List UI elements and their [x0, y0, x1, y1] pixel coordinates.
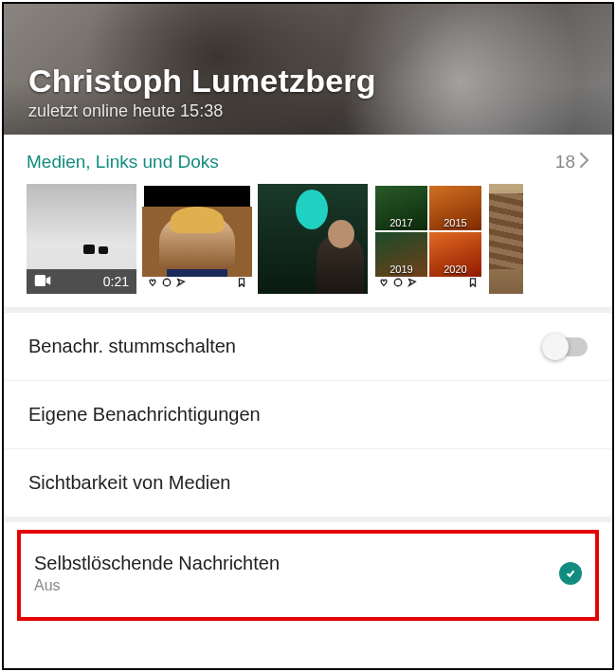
check-badge-icon	[559, 562, 582, 585]
disappearing-value: Aus	[34, 577, 280, 594]
heart-icon	[148, 278, 157, 289]
settings-list: Benachr. stummschalten Eigene Benachrich…	[4, 313, 612, 621]
grid-cell: 2015	[429, 186, 481, 230]
chevron-right-icon	[579, 152, 589, 173]
mute-toggle[interactable]	[544, 337, 588, 356]
bookmark-icon	[468, 278, 478, 289]
media-links-docs-row[interactable]: Medien, Links und Doks 18	[4, 148, 612, 184]
custom-notifications-row[interactable]: Eigene Benachrichtigungen	[4, 381, 612, 449]
svg-point-0	[163, 279, 171, 286]
comment-icon	[393, 278, 403, 289]
media-thumb-image[interactable]	[142, 184, 252, 294]
mute-notifications-row[interactable]: Benachr. stummschalten	[4, 313, 612, 381]
media-section: Medien, Links und Doks 18 0:21	[4, 135, 612, 313]
bookmark-icon	[237, 278, 246, 289]
video-duration: 0:21	[103, 274, 129, 289]
grid-cell: 2019	[375, 232, 427, 277]
instagram-icons	[148, 278, 246, 289]
svg-point-1	[394, 279, 402, 286]
profile-header[interactable]: Christoph Lumetzberg zuletzt online heut…	[4, 4, 612, 135]
mute-label: Benachr. stummschalten	[28, 336, 236, 357]
disappearing-title: Selbstlöschende Nachrichten	[34, 553, 280, 574]
video-icon	[34, 274, 51, 290]
share-icon	[408, 278, 417, 289]
contact-name: Christoph Lumetzberg	[28, 63, 588, 100]
last-seen-status: zuletzt online heute 15:38	[28, 101, 588, 121]
heart-icon	[379, 278, 389, 289]
media-thumbnails[interactable]: 0:21 2017 2015	[4, 184, 612, 303]
media-count: 18	[555, 152, 575, 173]
media-count-wrap: 18	[555, 152, 589, 173]
comment-icon	[162, 278, 172, 289]
highlight-annotation: Selbstlöschende Nachrichten Aus	[17, 530, 599, 621]
media-thumb-image[interactable]	[489, 184, 523, 294]
media-visibility-label: Sichtbarkeit von Medien	[28, 472, 230, 494]
grid-cell: 2020	[429, 232, 481, 277]
media-section-title: Medien, Links und Doks	[27, 152, 219, 173]
media-thumb-image[interactable]: 2017 2015 2019 2020	[373, 184, 483, 294]
grid-cell: 2017	[375, 186, 427, 230]
custom-notifications-label: Eigene Benachrichtigungen	[28, 404, 261, 426]
instagram-icons	[379, 278, 478, 289]
media-thumb-image[interactable]	[258, 184, 368, 294]
disappearing-messages-row[interactable]: Selbstlöschende Nachrichten Aus	[21, 534, 595, 617]
media-visibility-row[interactable]: Sichtbarkeit von Medien	[4, 449, 612, 522]
media-thumb-video[interactable]: 0:21	[27, 184, 136, 294]
share-icon	[176, 278, 186, 289]
